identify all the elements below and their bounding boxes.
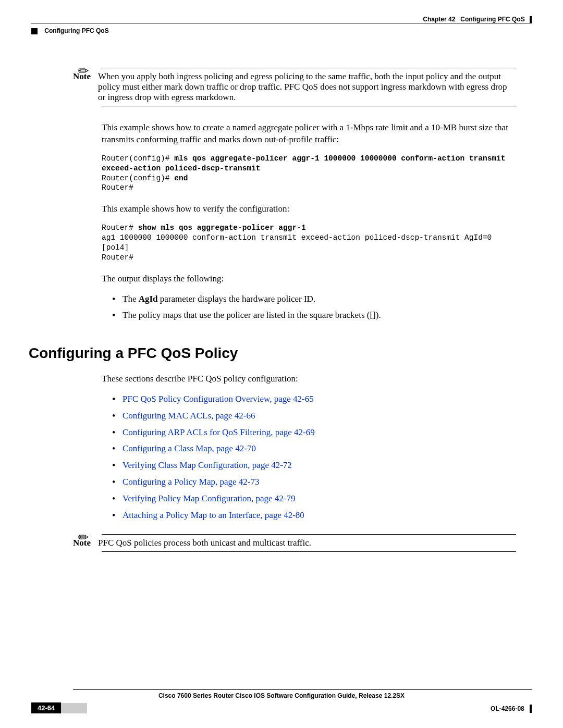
- note-block-2: ✎ Note PFC QoS policies process both uni…: [73, 534, 516, 552]
- document-id: OL-4266-08: [491, 705, 524, 712]
- list-item: Configuring ARP ACLs for QoS Filtering, …: [112, 426, 516, 439]
- list-item: Configuring a Class Map, page 42-70: [112, 442, 516, 455]
- cross-ref-link[interactable]: Configuring a Class Map, page 42-70: [123, 443, 256, 453]
- note-text: When you apply both ingress policing and…: [98, 71, 512, 103]
- paragraph: The output displays the following:: [102, 273, 516, 285]
- footer-doc-title: Cisco 7600 Series Router Cisco IOS Softw…: [31, 692, 532, 699]
- cross-ref-link[interactable]: Attaching a Policy Map to an Interface, …: [123, 510, 304, 520]
- cross-ref-link[interactable]: PFC QoS Policy Configuration Overview, p…: [123, 394, 314, 404]
- page-gray-box: [61, 703, 87, 713]
- doc-id-marker: [530, 705, 532, 713]
- header-marker: [530, 16, 532, 23]
- list-item: The policy maps that use the policer are…: [112, 309, 516, 322]
- section-marker: [31, 28, 38, 34]
- note-block-1: ✎ Note When you apply both ingress polic…: [73, 68, 516, 106]
- list-item: The AgId parameter displays the hardware…: [112, 293, 516, 305]
- list-item: Configuring MAC ACLs, page 42-66: [112, 410, 516, 422]
- output-bullet-list: The AgId parameter displays the hardware…: [112, 293, 516, 322]
- cross-ref-link[interactable]: Verifying Policy Map Configuration, page…: [123, 493, 295, 503]
- cross-ref-link[interactable]: Configuring a Policy Map, page 42-73: [123, 477, 260, 487]
- cross-ref-link[interactable]: Verifying Class Map Configuration, page …: [123, 460, 292, 470]
- page-footer: Cisco 7600 Series Router Cisco IOS Softw…: [31, 689, 532, 713]
- note-text: PFC QoS policies process both unicast an…: [98, 538, 512, 548]
- main-content: ✎ Note When you apply both ingress polic…: [73, 63, 516, 567]
- chapter-number: Chapter 42: [423, 16, 455, 23]
- paragraph: This example shows how to create a named…: [102, 122, 516, 146]
- cross-ref-link[interactable]: Configuring ARP ACLs for QoS Filtering, …: [123, 427, 315, 437]
- list-item: Configuring a Policy Map, page 42-73: [112, 476, 516, 488]
- list-item: Verifying Class Map Configuration, page …: [112, 459, 516, 472]
- list-item: PFC QoS Policy Configuration Overview, p…: [112, 393, 516, 405]
- link-bullet-list: PFC QoS Policy Configuration Overview, p…: [112, 393, 516, 521]
- code-block-2: Router# show mls qos aggregate-policer a…: [102, 223, 516, 262]
- page-number: 42-64: [31, 702, 61, 713]
- header-rule: [31, 23, 532, 23]
- paragraph: These sections describe PFC QoS policy c…: [102, 373, 516, 385]
- section-heading: Configuring a PFC QoS Policy: [29, 345, 516, 362]
- chapter-title: Configuring PFC QoS: [460, 16, 524, 23]
- page-num-wrapper: 42-64: [31, 702, 87, 713]
- cross-ref-link[interactable]: Configuring MAC ACLs, page 42-66: [123, 411, 255, 421]
- section-title: Configuring PFC QoS: [44, 27, 108, 34]
- paragraph: This example shows how to verify the con…: [102, 203, 516, 215]
- list-item: Verifying Policy Map Configuration, page…: [112, 492, 516, 505]
- list-item: Attaching a Policy Map to an Interface, …: [112, 509, 516, 522]
- doc-id-wrapper: OL-4266-08: [491, 703, 532, 713]
- sub-header: Configuring PFC QoS: [31, 27, 109, 34]
- page-header: Chapter 42 Configuring PFC QoS: [423, 16, 532, 23]
- code-block-1: Router(config)# mls qos aggregate-police…: [102, 154, 516, 193]
